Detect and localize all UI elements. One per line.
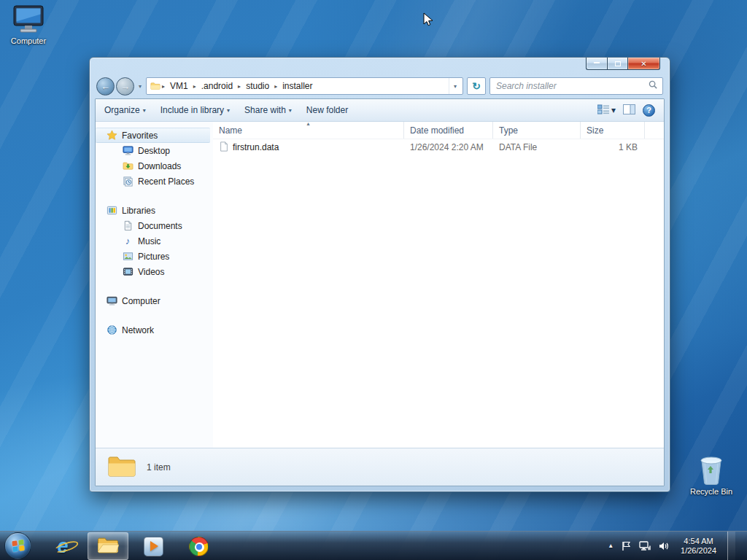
computer-desktop-icon[interactable]: Computer bbox=[1, 4, 55, 45]
sidebar-item-label: Network bbox=[122, 325, 154, 335]
sidebar-item-label: Libraries bbox=[122, 206, 155, 216]
file-type: DATA File bbox=[493, 142, 581, 152]
sort-ascending-icon: ▴ bbox=[306, 122, 309, 127]
pictures-icon bbox=[122, 251, 133, 262]
share-with-button[interactable]: Share with ▾ bbox=[244, 105, 292, 115]
new-folder-label: New folder bbox=[306, 105, 348, 115]
sidebar-item-label: Pictures bbox=[138, 252, 169, 262]
tray-expand-icon[interactable]: ▲ bbox=[608, 542, 614, 549]
address-dropdown-icon[interactable]: ▾ bbox=[449, 78, 461, 94]
chevron-down-icon: ▾ bbox=[227, 107, 230, 114]
file-icon bbox=[219, 141, 229, 154]
close-button[interactable]: ✕ bbox=[627, 58, 660, 70]
address-bar[interactable]: ▸ VM1 ▸ .android ▸ studio ▸ installer ▾ bbox=[146, 77, 463, 95]
sidebar-item-label: Computer bbox=[122, 296, 160, 306]
documents-icon bbox=[122, 220, 133, 232]
computer-icon bbox=[106, 295, 117, 307]
back-button[interactable]: ← bbox=[96, 77, 115, 96]
maximize-button[interactable] bbox=[607, 58, 627, 70]
explorer-window: ✕ ← → ▾ ▸ VM1 ▸ .android ▸ studio ▸ inst… bbox=[89, 57, 670, 492]
desktop: Computer Recycle Bin ✕ ← → ▾ bbox=[0, 0, 747, 560]
sidebar-item-favorites[interactable]: Favorites bbox=[96, 128, 210, 143]
chevron-down-icon: ▾ bbox=[143, 107, 146, 114]
network-icon[interactable] bbox=[639, 541, 651, 551]
organize-button[interactable]: Organize ▾ bbox=[104, 105, 146, 115]
network-icon bbox=[106, 324, 117, 336]
preview-pane-button[interactable] bbox=[623, 104, 635, 117]
sidebar-item-desktop[interactable]: Desktop bbox=[96, 143, 213, 158]
include-in-library-label: Include in library bbox=[160, 105, 224, 115]
file-size: 1 KB bbox=[581, 142, 645, 152]
music-icon: ♪ bbox=[122, 236, 133, 247]
column-header-size[interactable]: Size bbox=[581, 122, 645, 139]
sidebar-item-network[interactable]: Network bbox=[96, 322, 213, 338]
taskbar-chrome-button[interactable] bbox=[178, 532, 219, 560]
sidebar-item-label: Documents bbox=[138, 221, 182, 231]
file-name: firstrun.data bbox=[233, 142, 279, 152]
videos-icon bbox=[122, 266, 133, 278]
sidebar-item-libraries[interactable]: Libraries bbox=[96, 203, 213, 218]
forward-button[interactable]: → bbox=[116, 77, 134, 96]
views-icon bbox=[597, 104, 609, 117]
internet-explorer-icon: e bbox=[57, 536, 68, 556]
search-box[interactable] bbox=[489, 77, 663, 95]
taskbar-media-player-button[interactable] bbox=[133, 532, 174, 560]
back-arrow-icon: ← bbox=[101, 81, 110, 92]
command-toolbar: Organize ▾ Include in library ▾ Share wi… bbox=[96, 99, 664, 122]
close-icon: ✕ bbox=[640, 60, 646, 68]
change-view-button[interactable]: ▾ bbox=[597, 104, 616, 117]
explorer-client-area: Organize ▾ Include in library ▾ Share wi… bbox=[95, 98, 665, 486]
refresh-icon: ↻ bbox=[472, 80, 481, 92]
sidebar-item-recent-places[interactable]: Recent Places bbox=[96, 174, 213, 189]
recent-pages-dropdown[interactable]: ▾ bbox=[138, 83, 142, 90]
libraries-icon bbox=[106, 205, 117, 217]
mouse-cursor bbox=[423, 12, 433, 30]
taskbar-internet-explorer-button[interactable]: e bbox=[42, 532, 83, 560]
file-rows: firstrun.data 1/26/2024 2:20 AM DATA Fil… bbox=[213, 139, 664, 448]
sidebar-item-label: Desktop bbox=[138, 146, 170, 156]
column-header-date-modified[interactable]: Date modified bbox=[404, 122, 493, 139]
recycle-bin-desktop-icon[interactable]: Recycle Bin bbox=[684, 454, 738, 496]
action-center-icon[interactable] bbox=[622, 541, 631, 551]
details-pane: 1 item bbox=[96, 448, 664, 486]
search-icon bbox=[649, 80, 658, 92]
breadcrumb-vm1[interactable]: VM1 bbox=[166, 81, 193, 91]
show-desktop-button[interactable] bbox=[727, 532, 735, 560]
sidebar-item-music[interactable]: ♪ Music bbox=[96, 233, 213, 249]
title-bar[interactable]: ✕ bbox=[95, 58, 665, 77]
favorites-star-icon bbox=[106, 130, 117, 141]
file-row-firstrun-data[interactable]: firstrun.data 1/26/2024 2:20 AM DATA Fil… bbox=[213, 139, 664, 155]
breadcrumb-studio[interactable]: studio bbox=[241, 81, 274, 91]
minimize-button[interactable] bbox=[586, 58, 607, 70]
breadcrumb-android[interactable]: .android bbox=[197, 81, 237, 91]
forward-arrow-icon: → bbox=[120, 81, 130, 92]
maximize-icon bbox=[615, 61, 621, 66]
sidebar-item-pictures[interactable]: Pictures bbox=[96, 249, 213, 264]
sidebar-item-label: Videos bbox=[138, 267, 164, 277]
recycle-bin-desktop-label: Recycle Bin bbox=[684, 487, 738, 496]
breadcrumb-installer[interactable]: installer bbox=[278, 81, 317, 91]
sidebar-item-label: Recent Places bbox=[138, 176, 194, 187]
clock-time: 4:54 AM bbox=[681, 537, 716, 546]
refresh-button[interactable]: ↻ bbox=[467, 77, 486, 95]
windows-media-player-icon bbox=[144, 537, 163, 556]
taskbar-explorer-button[interactable] bbox=[88, 532, 128, 560]
start-button[interactable] bbox=[4, 532, 31, 559]
volume-icon[interactable] bbox=[659, 541, 670, 551]
recycle-bin-icon bbox=[684, 454, 738, 486]
help-button[interactable]: ? bbox=[643, 104, 655, 117]
sidebar-item-videos[interactable]: Videos bbox=[96, 264, 213, 279]
search-input[interactable] bbox=[495, 80, 649, 92]
taskbar-clock[interactable]: 4:54 AM 1/26/2024 bbox=[678, 537, 719, 556]
taskbar: e ▲ 4:54 AM 1/26/2024 bbox=[0, 531, 747, 560]
file-date-modified: 1/26/2024 2:20 AM bbox=[404, 142, 493, 152]
sidebar-item-downloads[interactable]: Downloads bbox=[96, 158, 213, 174]
sidebar-item-computer[interactable]: Computer bbox=[96, 293, 213, 308]
sidebar-item-documents[interactable]: Documents bbox=[96, 218, 213, 233]
new-folder-button[interactable]: New folder bbox=[306, 105, 348, 115]
column-headers: ▴ Name Date modified Type Size bbox=[213, 122, 664, 139]
system-tray: ▲ 4:54 AM 1/26/2024 bbox=[608, 532, 747, 560]
column-header-name[interactable]: ▴ Name bbox=[213, 122, 404, 139]
column-header-type[interactable]: Type bbox=[493, 122, 581, 139]
include-in-library-button[interactable]: Include in library ▾ bbox=[160, 105, 230, 115]
